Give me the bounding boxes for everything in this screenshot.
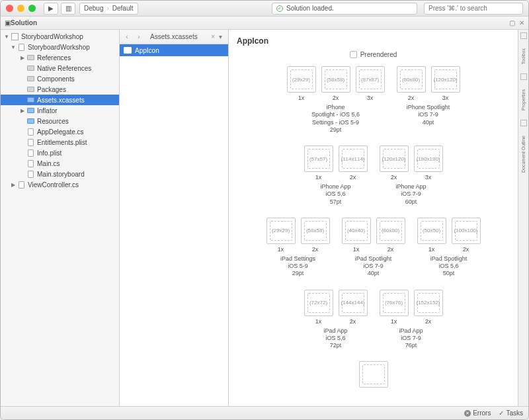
image-well[interactable]: (144x144) (339, 290, 368, 316)
icon-slot[interactable]: (57x57)1x (304, 146, 333, 181)
tree-item[interactable]: Main.storyboard (1, 169, 119, 179)
chevron-right-icon: › (106, 5, 108, 12)
solution-tree[interactable]: ▼ StoryboardWorkshop ▼ StoryboardWorksho… (1, 30, 120, 406)
main-columns: ▼ StoryboardWorkshop ▼ StoryboardWorksho… (1, 30, 528, 406)
icon-slots (359, 361, 388, 390)
image-well[interactable] (359, 361, 388, 388)
tree-item-label: Assets.xcassets (37, 97, 85, 104)
icon-slot[interactable]: (29x29)1x (266, 218, 296, 253)
tree-item-label: Native References (37, 65, 91, 72)
image-well[interactable]: (180x180) (414, 146, 443, 172)
minimize-icon[interactable] (17, 5, 24, 12)
icon-slot[interactable]: (144x144)2x (339, 290, 368, 325)
solution-node[interactable]: ▼ StoryboardWorkshop (1, 31, 119, 42)
nav-fwd-icon[interactable]: › (134, 33, 143, 40)
image-well[interactable]: (40x40) (342, 218, 371, 244)
properties-icon[interactable] (520, 73, 527, 80)
document-outline-icon[interactable] (520, 120, 527, 126)
zoom-icon[interactable] (28, 5, 36, 12)
tree-item[interactable]: Packages (1, 84, 119, 95)
tree-item[interactable]: Main.cs (1, 158, 119, 169)
image-well[interactable]: (120x120) (431, 66, 460, 93)
icon-slot[interactable]: (29x29)1x (287, 66, 316, 101)
project-node[interactable]: ▼ StoryboardWorkshop (1, 42, 119, 52)
disclosure-icon[interactable]: ▶ (19, 55, 26, 61)
icon-slot[interactable]: (100x100)2x (452, 218, 481, 253)
folder-icon (26, 64, 35, 72)
icon-slot[interactable]: (50x50)1x (417, 218, 446, 253)
asset-list[interactable]: AppIcon (120, 44, 228, 406)
status-pill: ✓ Solution loaded. (272, 3, 417, 15)
tab-assets[interactable]: Assets.xcassets (146, 33, 202, 40)
viewcontroller-node[interactable]: ▶ ViewController.cs (1, 179, 119, 190)
tree-item[interactable]: ▶References (1, 52, 119, 63)
tab-properties[interactable]: Properties (520, 87, 526, 113)
image-well[interactable]: (80x80) (397, 66, 426, 93)
run-button[interactable]: ▶ (44, 3, 58, 15)
icon-slot[interactable]: (58x58)2x (301, 218, 330, 253)
icon-slot[interactable]: (80x80)2x (376, 218, 405, 253)
image-well[interactable]: (114x114) (339, 146, 368, 172)
icon-slots: (57x57)1x(114x114)2x (304, 146, 368, 181)
tree-item[interactable]: AppDelegate.cs (1, 126, 119, 137)
icon-slot[interactable] (359, 361, 388, 390)
icon-slot[interactable]: (120x120)3x (431, 66, 460, 101)
icon-slot[interactable]: (40x40)1x (342, 218, 371, 253)
image-well[interactable]: (87x87) (356, 66, 385, 93)
image-well[interactable]: (120x120) (380, 146, 409, 172)
tree-item[interactable]: Info.plist (1, 147, 119, 158)
prerendered-checkbox[interactable] (350, 51, 357, 58)
image-well[interactable]: (100x100) (452, 218, 481, 244)
icon-slot[interactable]: (87x87)3x (356, 66, 385, 101)
icon-slot[interactable]: (180x180)3x (414, 146, 443, 181)
icon-slot[interactable]: (152x152)2x (414, 290, 443, 325)
tree-item[interactable]: ▶Inflator (1, 105, 119, 116)
tab-toolbox[interactable]: Toolbox (520, 46, 526, 67)
search-input[interactable] (424, 3, 523, 15)
editor-tabbar: ‹ › Assets.xcassets × ▾ (120, 30, 228, 44)
tree-item[interactable]: Components (1, 73, 119, 84)
tree-item[interactable]: Native References (1, 63, 119, 73)
pad-options-icon[interactable]: ▢ (509, 19, 515, 26)
tree-item[interactable]: Assets.xcassets (1, 95, 119, 105)
icon-slot[interactable]: (58x58)2x (321, 66, 350, 101)
nav-back-icon[interactable]: ‹ (122, 33, 132, 40)
group-caption: iPad Spotlight iOS 5,6 50pt (430, 255, 468, 278)
icon-slot[interactable]: (76x76)1x (380, 290, 409, 325)
image-well[interactable]: (80x80) (376, 218, 405, 244)
icon-slot[interactable]: (80x80)2x (397, 66, 426, 101)
image-well[interactable]: (29x29) (266, 218, 296, 244)
image-well[interactable]: (76x76) (380, 290, 409, 316)
tab-menu-icon[interactable]: ▾ (219, 33, 225, 40)
tree-item[interactable]: Resources (1, 116, 119, 126)
folder-icon (26, 106, 35, 114)
asset-editor[interactable]: AppIcon Prerendered (29x29)1x(58x58)2x(8… (229, 30, 518, 406)
icon-slot[interactable]: (114x114)2x (339, 146, 368, 181)
file-icon (26, 138, 35, 146)
icon-slot[interactable]: (72x72)1x (304, 290, 333, 325)
tasks-button[interactable]: ✓ Tasks (499, 409, 523, 417)
pad-close-icon[interactable]: ✕ (519, 19, 524, 26)
tab-document-outline[interactable]: Document Outline (520, 133, 526, 175)
toolbox-icon[interactable] (520, 32, 527, 39)
image-well[interactable]: (58x58) (321, 66, 350, 93)
viewcontroller-label: ViewController.cs (28, 181, 79, 189)
icon-group: (80x80)2x(120x120)3xiPhone Spotlight iOS… (397, 66, 460, 134)
config-select-button[interactable]: ▥ (61, 3, 75, 15)
asset-item-appicon[interactable]: AppIcon (120, 44, 228, 56)
errors-button[interactable]: ✕ Errors (464, 409, 491, 417)
icon-slot[interactable]: (120x120)2x (380, 146, 409, 181)
icon-row: (29x29)1x(58x58)2x(87x87)3xiPhone Spotli… (287, 66, 460, 134)
image-well[interactable]: (50x50) (417, 218, 446, 244)
tab-close-icon[interactable]: × (211, 33, 215, 40)
image-well[interactable]: (152x152) (414, 290, 443, 316)
build-config[interactable]: Debug › Default (79, 3, 138, 15)
tree-item-label: Components (37, 75, 75, 83)
image-well[interactable]: (57x57) (304, 146, 333, 172)
close-icon[interactable] (6, 5, 13, 12)
image-well[interactable]: (58x58) (301, 218, 330, 244)
image-well[interactable]: (72x72) (304, 290, 333, 316)
tree-item[interactable]: Entitlements.plist (1, 137, 119, 147)
image-well[interactable]: (29x29) (287, 66, 316, 93)
disclosure-icon[interactable]: ▶ (19, 108, 26, 114)
